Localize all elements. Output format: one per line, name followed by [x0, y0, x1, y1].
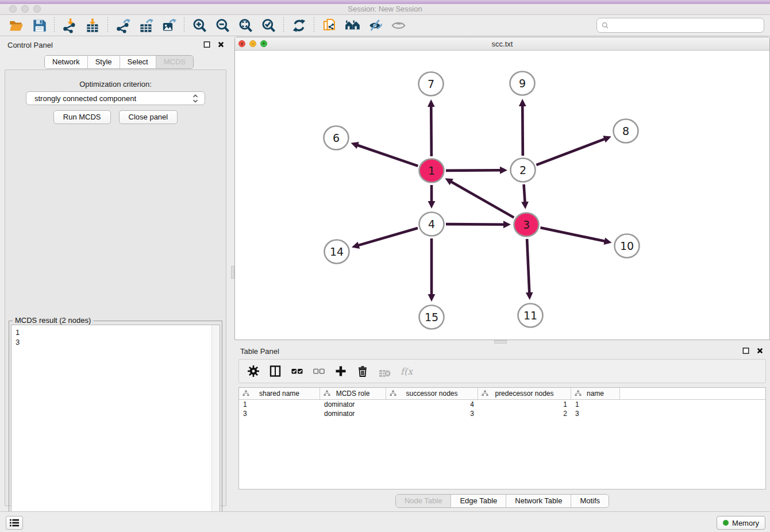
gear-button[interactable]	[244, 362, 263, 380]
graph-edge-1-6[interactable]	[351, 142, 418, 166]
node-table[interactable]: shared nameMCDS rolesuccessor nodesprede…	[238, 387, 766, 489]
graph-node-14[interactable]: 14	[325, 240, 349, 264]
task-history-button[interactable]	[6, 516, 23, 530]
tab-network[interactable]: Network	[45, 56, 88, 68]
table-row[interactable]: 3dominator323	[239, 409, 765, 418]
optimization-criterion-select[interactable]: strongly connected component	[26, 91, 205, 105]
graph-edge-1-2[interactable]	[446, 167, 507, 174]
open-session-button[interactable]	[5, 16, 28, 34]
control-panel-title: Control Panel	[7, 41, 53, 49]
tab-mcds[interactable]: MCDS	[156, 56, 193, 68]
graph-edge-1-7[interactable]	[428, 99, 435, 156]
control-panel: Control Panel NetworkStyleSelectMCDS Opt…	[0, 36, 231, 511]
graph-node-6[interactable]: 6	[324, 126, 349, 150]
search-input[interactable]	[612, 21, 756, 30]
select-all-button[interactable]	[287, 362, 307, 380]
add-button[interactable]	[331, 362, 351, 380]
zoom-in-button[interactable]	[188, 16, 211, 34]
zoom-selected-icon	[261, 18, 276, 33]
save-session-icon	[32, 18, 47, 33]
deselect-all-button[interactable]	[309, 362, 329, 380]
close-table-panel-icon[interactable]	[756, 346, 764, 355]
graph-node-15[interactable]: 15	[419, 306, 444, 329]
graph-edge-2-3[interactable]	[521, 184, 529, 209]
eye-disabled-button[interactable]	[387, 16, 410, 34]
tab-style[interactable]: Style	[88, 56, 120, 68]
table-row[interactable]: 1dominator411	[239, 400, 765, 409]
main-toolbar	[0, 15, 770, 36]
graph-node-4[interactable]: 4	[419, 213, 444, 236]
graph-node-2[interactable]: 2	[511, 159, 536, 182]
clone-network-button[interactable]	[318, 16, 341, 34]
app-titlebar: Session: New Session	[0, 0, 770, 15]
graph-node-9[interactable]: 9	[510, 72, 535, 95]
graph-edge-2-9[interactable]	[519, 99, 526, 156]
table-tabs: Node TableEdge TableNetwork TableMotifs	[395, 494, 609, 508]
column-header-predecessor-nodes[interactable]: predecessor nodes	[478, 388, 571, 399]
graph-node-10[interactable]: 10	[615, 234, 640, 258]
zoom-in-icon	[192, 18, 207, 33]
trash-button[interactable]	[353, 362, 372, 380]
optimization-criterion-label: Optimization criterion:	[5, 80, 226, 88]
deselect-all-icon	[312, 364, 326, 378]
graph-node-1[interactable]: 1	[419, 159, 444, 183]
column-header-shared-name[interactable]: shared name	[239, 388, 320, 399]
network-view-window: x - + scc.txt 7968124314101511	[234, 37, 770, 340]
network-canvas[interactable]: 7968124314101511	[235, 51, 769, 340]
search-box[interactable]	[596, 18, 764, 33]
tab-select[interactable]: Select	[120, 56, 156, 68]
graph-edge-3-10[interactable]	[540, 228, 611, 245]
export-network-button[interactable]	[111, 16, 134, 34]
network-window-titlebar[interactable]: x - + scc.txt	[235, 37, 769, 51]
table-header-row: shared nameMCDS rolesuccessor nodesprede…	[239, 388, 765, 400]
refresh-button[interactable]	[287, 16, 310, 34]
graph-node-label: 1	[428, 164, 435, 177]
result-scrollbar[interactable]	[211, 325, 220, 532]
graph-edge-2-8[interactable]	[536, 136, 611, 165]
graph-node-8[interactable]: 8	[614, 119, 638, 143]
graph-node-3[interactable]: 3	[514, 213, 539, 237]
columns-icon	[268, 364, 282, 378]
mcds-result-title: MCDS result (2 nodes)	[13, 316, 93, 325]
task-list-icon	[9, 518, 20, 527]
memory-button[interactable]: Memory	[717, 516, 765, 530]
select-stepper-icon	[192, 94, 199, 103]
zoom-selected-button[interactable]	[257, 16, 280, 34]
tab-edge-table[interactable]: Edge Table	[451, 495, 506, 507]
float-table-panel-icon[interactable]	[742, 346, 750, 355]
export-table-button[interactable]	[134, 16, 157, 34]
column-header-MCDS-role[interactable]: MCDS role	[320, 388, 386, 399]
close-panel-icon[interactable]	[217, 40, 225, 49]
hide-panels-button[interactable]	[364, 16, 387, 34]
home-button[interactable]	[341, 16, 364, 34]
import-table-button[interactable]	[81, 16, 104, 34]
import-network-button[interactable]	[58, 16, 81, 34]
graph-edge-4-15[interactable]	[428, 238, 436, 302]
mcds-result-text[interactable]: 1 3	[11, 325, 220, 532]
save-session-button[interactable]	[28, 16, 51, 34]
graph-edge-3-1[interactable]	[445, 178, 514, 217]
column-label: successor nodes	[406, 390, 457, 398]
tab-motifs[interactable]: Motifs	[571, 495, 609, 507]
close-panel-button[interactable]: Close panel	[119, 110, 178, 124]
graph-edge-4-3[interactable]	[446, 221, 511, 228]
window-title: Session: New Session	[0, 5, 770, 13]
export-image-button[interactable]	[157, 16, 180, 34]
network-window-title: scc.txt	[235, 40, 769, 48]
graph-edge-3-11[interactable]	[526, 239, 533, 300]
column-header-successor-nodes[interactable]: successor nodes	[386, 388, 478, 399]
graph-edge-4-14[interactable]	[352, 228, 418, 249]
tab-node-table[interactable]: Node Table	[396, 495, 452, 507]
tab-network-table[interactable]: Network Table	[506, 495, 571, 507]
float-panel-icon[interactable]	[203, 40, 211, 49]
zoom-out-button[interactable]	[211, 16, 234, 34]
graph-node-7[interactable]: 7	[419, 72, 444, 96]
run-mcds-button[interactable]: Run MCDS	[53, 110, 111, 124]
columns-button[interactable]	[265, 362, 285, 380]
status-bar: Memory	[0, 511, 770, 532]
graph-node-11[interactable]: 11	[518, 304, 543, 327]
zoom-fit-button[interactable]	[234, 16, 257, 34]
table-toolbar: f(x)	[238, 359, 766, 383]
graph-edge-1-4[interactable]	[428, 185, 436, 209]
column-header-name[interactable]: name	[571, 388, 620, 399]
